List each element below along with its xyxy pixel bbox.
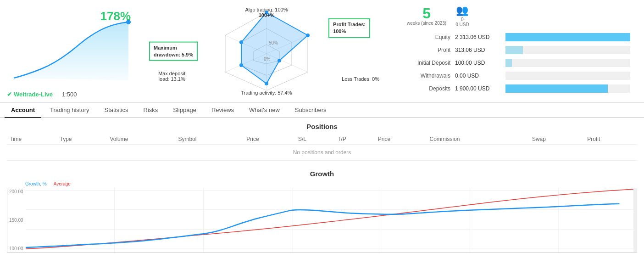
legend-red: Average [54,181,71,186]
radar-panel: Algo trading: 100% 100+% Maximumdrawdown… [144,5,389,98]
tab-account[interactable]: Account [5,103,41,118]
metric-initial-deposit: Initial Deposit 100.00 USD [400,59,630,67]
check-icon: ✔ [7,91,12,98]
positions-section: Positions Time Type Volume Symbol Price … [0,118,644,165]
equity-value: 2 313.06 USD [455,34,501,40]
weeks-display: 5 weeks (since 2023) [407,6,446,26]
growth-chart-svg [26,188,633,252]
mini-chart-panel: 178% ✔ Weltrade-Live 1:500 [7,5,140,98]
growth-chart-area: 200.00 150.00 100.00 [7,188,637,253]
growth-section: Growth Growth, % Average 200.00 150.00 1… [0,165,644,257]
svg-point-10 [278,59,281,62]
initial-deposit-bar-container [505,59,630,67]
top-section: 178% ✔ Weltrade-Live 1:500 [0,0,644,103]
radar-label-top: Algo trading: 100% 100+% [245,7,288,18]
no-data-row: No positions and orders [7,145,637,161]
tab-risks[interactable]: Risks [137,103,165,118]
positions-title: Positions [7,123,637,130]
right-panel: 5 weeks (since 2023) 👥 0 0 USD Equity 2 … [393,5,637,98]
col-commission: Commission [427,134,529,145]
svg-text:0%: 0% [264,56,271,62]
y-labels: 200.00 150.00 100.00 [7,188,26,252]
no-data-cell: No positions and orders [7,145,637,161]
radar-label-bottom-center: Trading activity: 57.4% [241,90,292,95]
growth-percent: 178% [100,9,131,23]
y-label-200: 200.00 [9,189,24,194]
svg-point-11 [265,82,268,85]
col-time: Time [7,134,57,145]
svg-text:50%: 50% [269,40,278,45]
col-symbol: Symbol [175,134,244,145]
scrollbar-right[interactable] [633,188,637,252]
metrics-panel: Equity 2 313.06 USD Profit 313.06 USD In… [393,33,637,98]
profit-value: 313.06 USD [455,47,501,53]
y-label-100: 100.00 [9,246,24,251]
svg-point-12 [239,63,243,67]
metric-deposits: Deposits 1 900.00 USD [400,84,630,93]
col-price: Price [244,134,295,145]
col-swap: Swap [529,134,584,145]
deposits-label: Deposits [400,85,450,92]
radar-box-right: Profit Trades:100% [328,18,370,38]
col-volume: Volume [107,134,175,145]
tab-whats-new[interactable]: What's new [243,103,286,118]
initial-deposit-label: Initial Deposit [400,60,450,66]
radar-svg: 50% 0% [216,8,317,95]
svg-point-13 [239,40,243,44]
equity-label: Equity [400,34,450,40]
growth-title: Growth [7,170,637,178]
stats-header: 5 weeks (since 2023) 👥 0 0 USD [393,5,637,27]
deposits-bar [505,84,608,93]
legend-blue: Growth, % [25,181,47,186]
positions-table: Time Type Volume Symbol Price S/L T/P Pr… [7,134,637,161]
subscribers-icon: 👥 [455,5,469,17]
metric-equity: Equity 2 313.06 USD [400,33,630,41]
initial-deposit-value: 100.00 USD [455,60,501,66]
broker-name: ✔ Weltrade-Live [7,91,53,98]
tab-statistics[interactable]: Statistics [98,103,135,118]
metric-withdrawals: Withdrawals 0.00 USD [400,72,630,80]
profit-label: Profit [400,47,450,53]
tab-trading-history[interactable]: Trading history [44,103,96,118]
svg-point-9 [306,34,310,37]
positions-table-body: No positions and orders [7,145,637,161]
equity-bar [505,33,630,41]
tab-reviews[interactable]: Reviews [205,103,240,118]
radar-label-bottom-left: Max depositload: 13.1% [158,71,185,82]
tab-subscribers[interactable]: Subscribers [289,103,333,118]
tabs-bar: Account Trading history Statistics Risks… [0,103,644,118]
growth-legend: Growth, % Average [7,181,637,186]
broker-info: ✔ Weltrade-Live 1:500 [7,91,140,98]
col-type: Type [57,134,107,145]
metric-profit: Profit 313.06 USD [400,46,630,54]
radar-label-bottom-right: Loss Trades: 0% [342,76,379,82]
radar-box-left: Maximumdrawdown: 5.9% [149,41,198,61]
col-tp: T/P [335,134,375,145]
equity-bar-container [505,33,630,41]
deposits-value: 1 900.00 USD [455,85,501,92]
svg-marker-7 [241,12,308,84]
deposits-bar-container [505,84,630,93]
profit-bar-container [505,46,630,54]
withdrawals-value: 0.00 USD [455,73,501,79]
positions-table-header: Time Type Volume Symbol Price S/L T/P Pr… [7,134,637,145]
broker-leverage: 1:500 [62,91,77,98]
initial-deposit-bar [505,59,512,67]
col-profit: Profit [584,134,637,145]
withdrawals-bar-container [505,72,630,80]
subscribers-display: 👥 0 0 USD [455,5,469,27]
tab-slippage[interactable]: Slippage [167,103,203,118]
col-price2: Price [375,134,427,145]
col-sl: S/L [295,134,335,145]
profit-bar [505,46,523,54]
withdrawals-label: Withdrawals [400,73,450,79]
y-label-150: 150.00 [9,218,24,223]
